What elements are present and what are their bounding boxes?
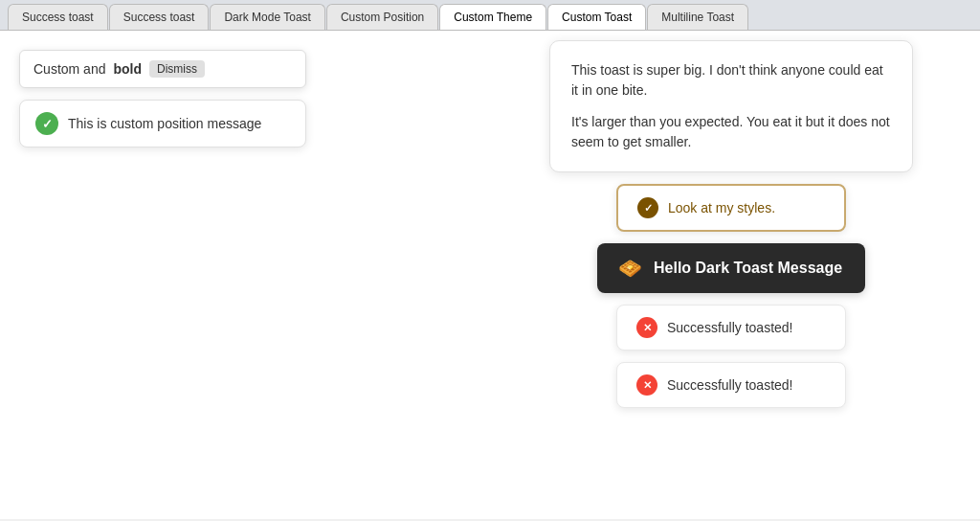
red-x-icon-2: [636, 374, 657, 396]
custom-theme-message: Look at my styles.: [668, 200, 775, 215]
toast-bold-text: bold: [113, 61, 142, 77]
success-toasted-message-2: Successfully toasted!: [667, 377, 793, 393]
brown-check-icon: [637, 197, 658, 218]
tab-custom-toast[interactable]: Custom Toast: [547, 4, 646, 30]
red-x-icon-1: [636, 317, 657, 338]
dark-toast-emoji: 🧇: [618, 257, 642, 280]
green-check-icon: [35, 112, 58, 135]
tab-custom-theme[interactable]: Custom Theme: [439, 4, 546, 30]
toast-dark: 🧇 Hello Dark Toast Message: [597, 243, 865, 293]
multiline-text-1: This toast is super big. I don't think a…: [571, 60, 891, 101]
tab-success-toast-2[interactable]: Success toast: [109, 4, 210, 30]
content-area: Custom and bold Dismiss This is custom p…: [0, 31, 980, 519]
toast-multiline: This toast is super big. I don't think a…: [549, 40, 913, 172]
toast-custom-theme: Look at my styles.: [616, 184, 846, 232]
toast-custom-prefix-text: Custom and: [33, 61, 105, 77]
success-toasted-message-1: Successfully toasted!: [667, 320, 793, 335]
tab-bar: Success toast Success toast Dark Mode To…: [8, 4, 972, 30]
toast-custom-bold: Custom and bold Dismiss: [19, 50, 306, 88]
dismiss-button[interactable]: Dismiss: [149, 60, 205, 78]
right-toasts-container: This toast is super big. I don't think a…: [540, 31, 923, 408]
toast-custom-position: This is custom position message: [19, 100, 306, 147]
browser-chrome: Success toast Success toast Dark Mode To…: [0, 0, 980, 31]
toast-success-red-1: Successfully toasted!: [616, 305, 846, 351]
tab-dark-mode-toast[interactable]: Dark Mode Toast: [210, 4, 325, 30]
dark-toast-message: Hello Dark Toast Message: [654, 260, 842, 277]
left-toasts-container: Custom and bold Dismiss This is custom p…: [0, 31, 325, 167]
multiline-text-2: It's larger than you expected. You eat i…: [571, 112, 891, 152]
toast-success-red-2: Successfully toasted!: [616, 362, 846, 408]
tab-custom-position[interactable]: Custom Position: [326, 4, 438, 30]
tab-success-toast-1[interactable]: Success toast: [8, 4, 108, 30]
custom-position-message: This is custom position message: [68, 116, 261, 131]
tab-multiline-toast[interactable]: Multiline Toast: [647, 4, 748, 30]
